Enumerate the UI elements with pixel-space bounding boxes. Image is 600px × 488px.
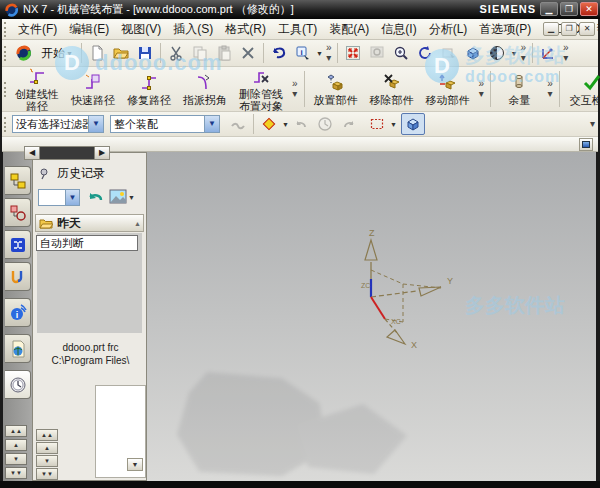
resource-scroll-down-button[interactable]: ▼ bbox=[5, 453, 27, 465]
panel-scroll-left-button[interactable]: ◀ bbox=[25, 147, 40, 159]
mdi-minimize-button[interactable]: ▁ bbox=[543, 22, 559, 36]
interference-check-button[interactable]: 交互检查 bbox=[563, 70, 600, 108]
toolbar-overflow-chevron[interactable]: »▾ bbox=[544, 79, 556, 99]
toolbar-overflow-chevron[interactable]: »▾ bbox=[289, 79, 301, 99]
toolbar-grip[interactable] bbox=[4, 117, 9, 132]
mdi-close-button[interactable]: ✕ bbox=[579, 22, 595, 36]
tab-history[interactable] bbox=[5, 370, 31, 399]
move-part-button[interactable]: 移动部件 bbox=[420, 70, 476, 108]
toolbar-overflow-chevron[interactable]: ▾ bbox=[587, 119, 598, 129]
tab-assembly-navigator[interactable] bbox=[5, 166, 31, 195]
copy-button[interactable] bbox=[188, 42, 212, 64]
tab-constraint-navigator[interactable] bbox=[5, 198, 31, 227]
minimize-button[interactable]: ▁ bbox=[540, 2, 558, 16]
fit-view-button[interactable] bbox=[341, 42, 365, 64]
tab-hd3d-tools[interactable]: i bbox=[5, 298, 31, 327]
menu-item-format[interactable]: 格式(R) bbox=[219, 19, 272, 40]
shaded-display-caret[interactable]: ▼ bbox=[510, 50, 517, 57]
undo-button[interactable] bbox=[267, 42, 291, 64]
selection-clock-button[interactable] bbox=[313, 113, 337, 135]
scroll-up-button[interactable]: ▲ bbox=[36, 442, 58, 454]
allowance-button[interactable]: 余量 bbox=[494, 70, 544, 108]
zoom-in-out-button[interactable] bbox=[389, 42, 413, 64]
toolbar-grip[interactable] bbox=[4, 22, 6, 37]
detail-dropdown-button[interactable]: ▼ bbox=[127, 458, 143, 471]
menu-item-analysis[interactable]: 分析(L) bbox=[423, 19, 474, 40]
deselect-last-button[interactable] bbox=[289, 113, 313, 135]
resource-scroll-up-button[interactable]: ▲ bbox=[5, 439, 27, 451]
start-menu-button[interactable]: 开始 ▼ bbox=[36, 43, 78, 64]
highlight-selection-button[interactable] bbox=[257, 113, 281, 135]
shaded-solid-toggle[interactable] bbox=[401, 113, 425, 135]
combo-dropdown-arrow[interactable]: ▼ bbox=[65, 190, 79, 205]
toolbar-overflow-chevron[interactable]: »▾ bbox=[517, 43, 529, 63]
place-part-button[interactable]: 放置部件 bbox=[308, 70, 364, 108]
preview-style-caret[interactable]: ▼ bbox=[128, 194, 135, 201]
create-linear-path-button[interactable]: 创建线性路径 bbox=[9, 64, 65, 114]
redo-selection-button[interactable] bbox=[337, 113, 361, 135]
edit-path-button[interactable]: 修复路径 bbox=[121, 70, 177, 108]
open-file-button[interactable] bbox=[109, 42, 133, 64]
combo-dropdown-arrow[interactable]: ▼ bbox=[204, 116, 219, 132]
command-finder-button[interactable]: i bbox=[291, 42, 315, 64]
menu-item-view[interactable]: 视图(V) bbox=[115, 19, 167, 40]
history-filter-select[interactable]: ▼ bbox=[38, 189, 80, 206]
group-scroll-up-icon[interactable]: ▲ bbox=[134, 220, 143, 227]
shaded-display-button[interactable] bbox=[485, 42, 509, 64]
highlight-selection-caret[interactable]: ▼ bbox=[282, 121, 289, 128]
history-list-item[interactable]: 自动判断 bbox=[36, 235, 138, 251]
snap-point-button[interactable] bbox=[226, 113, 250, 135]
menu-item-tools[interactable]: 工具(T) bbox=[272, 19, 323, 40]
close-button[interactable]: ✕ bbox=[580, 2, 598, 16]
save-button[interactable] bbox=[133, 42, 157, 64]
paste-button[interactable] bbox=[212, 42, 236, 64]
tab-web-browser[interactable] bbox=[5, 334, 31, 363]
new-file-button[interactable] bbox=[85, 42, 109, 64]
type-filter-select[interactable]: 没有选择过滤器 ▼ bbox=[12, 115, 104, 133]
tab-part-navigator[interactable] bbox=[5, 230, 31, 259]
scroll-top-button[interactable]: ▲▲ bbox=[36, 429, 58, 441]
scroll-down-button[interactable]: ▼ bbox=[36, 455, 58, 467]
history-group-yesterday[interactable]: 昨天 ▲ bbox=[35, 214, 144, 232]
fullscreen-toggle-button[interactable] bbox=[579, 138, 593, 151]
delete-button[interactable] bbox=[236, 42, 260, 64]
resource-scroll-bottom-button[interactable]: ▼▼ bbox=[5, 467, 27, 479]
panel-scroll-right-button[interactable]: ▶ bbox=[94, 147, 109, 159]
delete-routing-object-button[interactable]: 删除管线布置对象 bbox=[233, 64, 289, 114]
marquee-select-caret[interactable]: ▼ bbox=[390, 121, 397, 128]
menu-item-insert[interactable]: 插入(S) bbox=[167, 19, 219, 40]
panel-scroll-thumb[interactable] bbox=[40, 147, 94, 159]
mdi-restore-button[interactable]: ❐ bbox=[561, 22, 577, 36]
preview-style-button[interactable]: ▼ bbox=[109, 189, 135, 205]
history-file-caption[interactable]: ddooo.prt frc C:\Program Files\ bbox=[35, 341, 146, 367]
command-finder-caret[interactable]: ▼ bbox=[316, 50, 323, 57]
csys-orientation-button[interactable] bbox=[536, 42, 560, 64]
pan-view-button[interactable] bbox=[437, 42, 461, 64]
assign-corner-button[interactable]: 指派拐角 bbox=[177, 70, 233, 108]
scroll-bottom-button[interactable]: ▼▼ bbox=[36, 468, 58, 480]
toolbar-grip[interactable] bbox=[4, 82, 6, 97]
menu-item-preferences[interactable]: 首选项(P) bbox=[473, 19, 537, 40]
nx-start-icon[interactable] bbox=[12, 42, 36, 64]
graphics-viewport[interactable]: Z ZC Y X XC 多多软件站 bbox=[147, 152, 596, 481]
toolbar-overflow-chevron[interactable]: »▾ bbox=[476, 79, 488, 99]
quick-path-button[interactable]: 快速路径 bbox=[65, 70, 121, 108]
tab-reuse-library[interactable] bbox=[5, 262, 31, 291]
toolbar-overflow-chevron[interactable]: »▾ bbox=[323, 43, 335, 63]
pushpin-icon[interactable] bbox=[39, 168, 51, 180]
resource-scroll-top-button[interactable]: ▲▲ bbox=[5, 425, 27, 437]
toolbar-grip[interactable] bbox=[4, 46, 9, 61]
remove-part-button[interactable]: 移除部件 bbox=[364, 70, 420, 108]
perspective-cube-button[interactable] bbox=[461, 42, 485, 64]
cut-button[interactable] bbox=[164, 42, 188, 64]
menu-item-assemblies[interactable]: 装配(A) bbox=[323, 19, 375, 40]
zoom-window-button[interactable] bbox=[365, 42, 389, 64]
menu-item-information[interactable]: 信息(I) bbox=[375, 19, 422, 40]
combo-dropdown-arrow[interactable]: ▼ bbox=[88, 116, 103, 132]
menu-item-edit[interactable]: 编辑(E) bbox=[63, 19, 115, 40]
toolbar-overflow-chevron[interactable]: »▾ bbox=[560, 43, 572, 63]
restore-session-icon[interactable] bbox=[86, 190, 104, 206]
maximize-button[interactable]: ❐ bbox=[560, 2, 578, 16]
marquee-select-button[interactable] bbox=[365, 113, 389, 135]
selection-scope-select[interactable]: 整个装配 ▼ bbox=[110, 115, 220, 133]
